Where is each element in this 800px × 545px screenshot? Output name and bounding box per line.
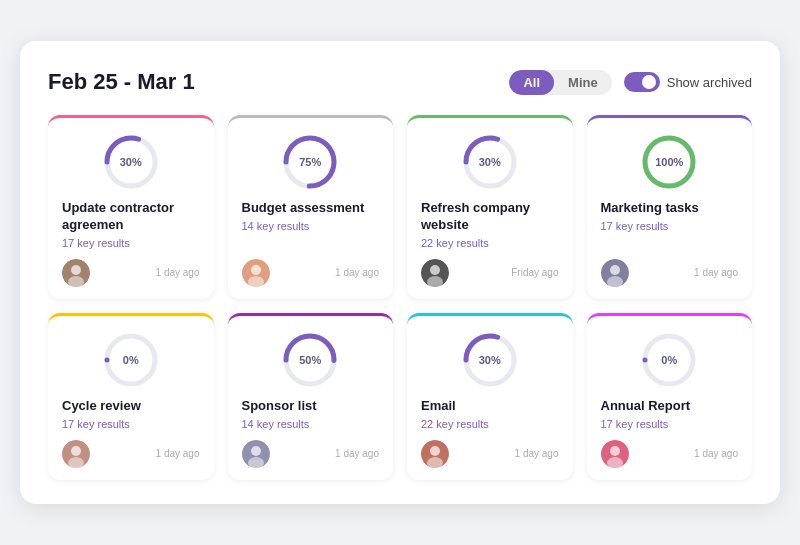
app-container: Feb 25 - Mar 1 All Mine Show archived 30… xyxy=(20,41,780,504)
donut-chart: 75% xyxy=(282,134,338,190)
card-title: Annual Report xyxy=(601,398,691,415)
card-title: Cycle review xyxy=(62,398,141,415)
card-title: Marketing tasks xyxy=(601,200,699,217)
archived-toggle[interactable] xyxy=(624,72,660,92)
donut-chart: 0% xyxy=(641,332,697,388)
card-time: 1 day ago xyxy=(335,448,379,459)
card-donut-wrapper: 30% xyxy=(421,134,559,190)
card-key-results: 17 key results xyxy=(601,220,669,232)
card-footer: Friday ago xyxy=(421,259,559,287)
card-footer: 1 day ago xyxy=(601,259,739,287)
svg-point-28 xyxy=(251,446,261,456)
donut-chart: 50% xyxy=(282,332,338,388)
avatar xyxy=(601,259,629,287)
card-key-results: 17 key results xyxy=(601,418,669,430)
card-card-4[interactable]: 100% Marketing tasks 17 key results 1 da… xyxy=(587,115,753,299)
card-title: Sponsor list xyxy=(242,398,317,415)
progress-label: 0% xyxy=(123,354,139,366)
card-time: Friday ago xyxy=(511,267,558,278)
card-card-2[interactable]: 75% Budget assessment 14 key results 1 d… xyxy=(228,115,394,299)
svg-point-8 xyxy=(251,265,261,275)
svg-point-13 xyxy=(430,265,440,275)
card-donut-wrapper: 30% xyxy=(421,332,559,388)
card-time: 1 day ago xyxy=(515,448,559,459)
card-title: Update contractor agreemen xyxy=(62,200,200,234)
card-key-results: 22 key results xyxy=(421,237,489,249)
progress-label: 0% xyxy=(661,354,677,366)
avatar xyxy=(242,440,270,468)
card-footer: 1 day ago xyxy=(242,440,380,468)
filter-all-button[interactable]: All xyxy=(509,70,554,95)
card-card-3[interactable]: 30% Refresh company website 22 key resul… xyxy=(407,115,573,299)
progress-label: 100% xyxy=(655,156,683,168)
card-title: Email xyxy=(421,398,456,415)
card-donut-wrapper: 0% xyxy=(62,332,200,388)
card-footer: 1 day ago xyxy=(421,440,559,468)
progress-label: 30% xyxy=(120,156,142,168)
card-grid: 30% Update contractor agreemen 17 key re… xyxy=(48,115,752,480)
card-key-results: 17 key results xyxy=(62,418,130,430)
toggle-group: Show archived xyxy=(624,72,752,92)
card-card-1[interactable]: 30% Update contractor agreemen 17 key re… xyxy=(48,115,214,299)
svg-point-33 xyxy=(430,446,440,456)
card-donut-wrapper: 100% xyxy=(601,134,739,190)
donut-chart: 30% xyxy=(103,134,159,190)
card-card-6[interactable]: 50% Sponsor list 14 key results 1 day ag… xyxy=(228,313,394,480)
toggle-label: Show archived xyxy=(667,75,752,90)
card-time: 1 day ago xyxy=(156,267,200,278)
card-donut-wrapper: 50% xyxy=(242,332,380,388)
card-footer: 1 day ago xyxy=(62,259,200,287)
filter-group: All Mine xyxy=(509,70,611,95)
card-time: 1 day ago xyxy=(694,267,738,278)
avatar xyxy=(62,440,90,468)
card-time: 1 day ago xyxy=(335,267,379,278)
card-key-results: 14 key results xyxy=(242,220,310,232)
header: Feb 25 - Mar 1 All Mine Show archived xyxy=(48,69,752,95)
card-time: 1 day ago xyxy=(694,448,738,459)
card-footer: 1 day ago xyxy=(62,440,200,468)
avatar xyxy=(421,259,449,287)
avatar xyxy=(421,440,449,468)
page-title: Feb 25 - Mar 1 xyxy=(48,69,195,95)
header-controls: All Mine Show archived xyxy=(509,70,752,95)
progress-label: 75% xyxy=(299,156,321,168)
donut-chart: 0% xyxy=(103,332,159,388)
card-footer: 1 day ago xyxy=(601,440,739,468)
card-card-5[interactable]: 0% Cycle review 17 key results 1 day ago xyxy=(48,313,214,480)
progress-label: 50% xyxy=(299,354,321,366)
progress-label: 30% xyxy=(479,354,501,366)
card-title: Budget assessment xyxy=(242,200,365,217)
svg-point-38 xyxy=(610,446,620,456)
card-card-8[interactable]: 0% Annual Report 17 key results 1 day ag… xyxy=(587,313,753,480)
card-donut-wrapper: 0% xyxy=(601,332,739,388)
card-key-results: 14 key results xyxy=(242,418,310,430)
card-key-results: 22 key results xyxy=(421,418,489,430)
card-key-results: 17 key results xyxy=(62,237,130,249)
svg-point-23 xyxy=(71,446,81,456)
filter-mine-button[interactable]: Mine xyxy=(554,70,612,95)
card-donut-wrapper: 75% xyxy=(242,134,380,190)
card-card-7[interactable]: 30% Email 22 key results 1 day ago xyxy=(407,313,573,480)
svg-point-18 xyxy=(610,265,620,275)
card-time: 1 day ago xyxy=(156,448,200,459)
avatar xyxy=(242,259,270,287)
avatar xyxy=(601,440,629,468)
card-title: Refresh company website xyxy=(421,200,559,234)
donut-chart: 30% xyxy=(462,134,518,190)
svg-point-3 xyxy=(71,265,81,275)
card-donut-wrapper: 30% xyxy=(62,134,200,190)
donut-chart: 30% xyxy=(462,332,518,388)
avatar xyxy=(62,259,90,287)
donut-chart: 100% xyxy=(641,134,697,190)
card-footer: 1 day ago xyxy=(242,259,380,287)
progress-label: 30% xyxy=(479,156,501,168)
